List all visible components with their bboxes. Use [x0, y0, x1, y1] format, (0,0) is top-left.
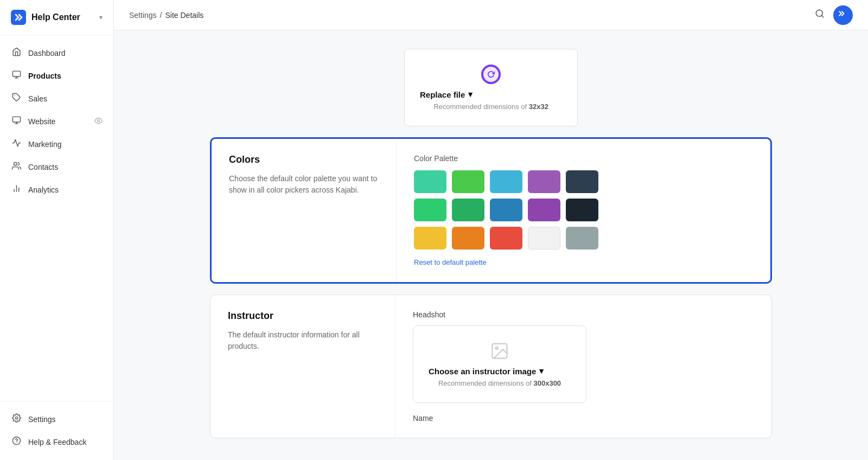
contacts-icon	[11, 161, 22, 173]
colors-right: Color Palette	[396, 139, 770, 282]
colors-left: Colors Choose the default color palette …	[212, 139, 396, 282]
instructor-right: Headshot Choose an instructor image ▾ Re…	[395, 295, 771, 438]
sidebar-item-label: Sales	[28, 94, 47, 103]
app-logo[interactable]: Help Center ▾	[0, 0, 113, 35]
file-recommended-text: Recommended dimensions of 32x32	[420, 103, 562, 111]
sidebar-item-label: Products	[28, 72, 61, 80]
instructor-description: The default instructor information for a…	[228, 329, 378, 352]
search-button[interactable]	[815, 9, 825, 21]
color-swatch[interactable]	[414, 227, 446, 250]
svg-rect-2	[12, 117, 20, 122]
sidebar-item-label: Settings	[28, 415, 56, 424]
colors-section: Colors Choose the default color palette …	[210, 137, 772, 284]
sidebar-item-sales[interactable]: Sales	[0, 87, 113, 110]
breadcrumb: Settings / Site Details	[129, 11, 203, 20]
color-swatch[interactable]	[452, 227, 484, 250]
analytics-icon	[11, 184, 22, 196]
sidebar-item-marketing[interactable]: Marketing	[0, 133, 113, 156]
color-row-2	[414, 199, 753, 221]
breadcrumb-parent: Settings	[129, 11, 157, 20]
sidebar-item-contacts[interactable]: Contacts	[0, 156, 113, 178]
color-swatch[interactable]	[490, 227, 522, 250]
reset-palette-link[interactable]: Reset to default palette	[414, 258, 487, 266]
palette-title: Color Palette	[414, 154, 753, 163]
choose-image-label: Choose an instructor image	[429, 367, 536, 376]
colors-title: Colors	[229, 154, 379, 165]
replace-file-label: Replace file	[420, 90, 465, 99]
sidebar-item-analytics[interactable]: Analytics	[0, 178, 113, 201]
sales-icon	[11, 93, 22, 105]
color-swatch[interactable]	[452, 170, 484, 193]
color-swatch[interactable]	[566, 170, 598, 193]
color-swatch[interactable]	[566, 227, 598, 250]
help-icon	[11, 436, 22, 448]
svg-point-10	[15, 417, 17, 419]
sidebar-item-label: Analytics	[28, 186, 59, 194]
sidebar-item-website[interactable]: Website	[0, 110, 113, 133]
topbar-actions	[815, 5, 853, 25]
instructor-left: Instructor The default instructor inform…	[210, 295, 395, 438]
sidebar-item-label: Help & Feedback	[28, 438, 86, 446]
topbar: Settings / Site Details	[114, 0, 868, 30]
color-swatch[interactable]	[452, 199, 484, 221]
color-row-1	[414, 170, 753, 193]
sidebar-item-label: Dashboard	[28, 49, 66, 58]
logo-chevron-icon: ▾	[99, 14, 103, 21]
instructor-title: Instructor	[228, 310, 378, 322]
sidebar-bottom: Settings Help & Feedback	[0, 401, 113, 460]
headshot-recommended-text: Recommended dimensions of 300x300	[429, 379, 571, 387]
color-swatch[interactable]	[566, 199, 598, 221]
dashboard-icon	[11, 47, 22, 59]
file-upload-box: Replace file ▾ Recommended dimensions of…	[404, 49, 578, 126]
svg-point-16	[496, 347, 499, 350]
logo-icon	[11, 10, 26, 25]
choose-instructor-image-button[interactable]: Choose an instructor image ▾	[429, 366, 544, 376]
color-swatch[interactable]	[528, 227, 560, 250]
sidebar-item-help[interactable]: Help & Feedback	[0, 431, 113, 453]
headshot-label: Headshot	[413, 310, 754, 319]
color-swatch[interactable]	[414, 199, 446, 221]
svg-line-14	[821, 15, 823, 17]
sidebar-nav: Dashboard Products Sales Website	[0, 35, 113, 401]
breadcrumb-current: Site Details	[165, 11, 203, 20]
avatar[interactable]	[833, 5, 853, 25]
name-label: Name	[413, 414, 754, 423]
content-inner: Replace file ▾ Recommended dimensions of…	[193, 30, 789, 451]
eye-icon[interactable]	[94, 117, 103, 126]
svg-point-5	[98, 120, 100, 122]
color-swatch[interactable]	[528, 199, 560, 221]
sidebar-item-label: Marketing	[28, 140, 61, 149]
replace-file-button[interactable]: Replace file ▾	[420, 90, 473, 99]
settings-icon	[11, 413, 22, 425]
colors-description: Choose the default color palette you wan…	[229, 173, 379, 196]
app-name: Help Center	[31, 12, 80, 22]
color-swatch[interactable]	[490, 199, 522, 221]
chevron-down-icon: ▾	[539, 366, 544, 376]
marketing-icon	[11, 138, 22, 150]
sidebar-item-products[interactable]: Products	[0, 65, 113, 87]
svg-point-6	[14, 162, 17, 165]
main-content: Settings / Site Details	[114, 0, 868, 460]
sidebar-item-settings[interactable]: Settings	[0, 408, 113, 431]
content-scroll: Replace file ▾ Recommended dimensions of…	[114, 30, 868, 460]
breadcrumb-separator: /	[160, 11, 162, 20]
chevron-down-icon: ▾	[468, 90, 473, 99]
svg-rect-0	[12, 71, 20, 76]
sidebar-item-dashboard[interactable]: Dashboard	[0, 42, 113, 65]
sidebar-item-label: Contacts	[28, 163, 58, 171]
color-row-3	[414, 227, 753, 250]
headshot-upload-box: Choose an instructor image ▾ Recommended…	[413, 325, 586, 403]
color-swatch[interactable]	[414, 170, 446, 193]
sidebar: Help Center ▾ Dashboard Products Sales	[0, 0, 114, 460]
products-icon	[11, 70, 22, 82]
sidebar-item-label: Website	[28, 117, 55, 126]
color-grid	[414, 170, 753, 250]
color-swatch[interactable]	[528, 170, 560, 193]
color-swatch[interactable]	[490, 170, 522, 193]
instructor-section: Instructor The default instructor inform…	[210, 295, 772, 438]
website-icon	[11, 116, 22, 127]
